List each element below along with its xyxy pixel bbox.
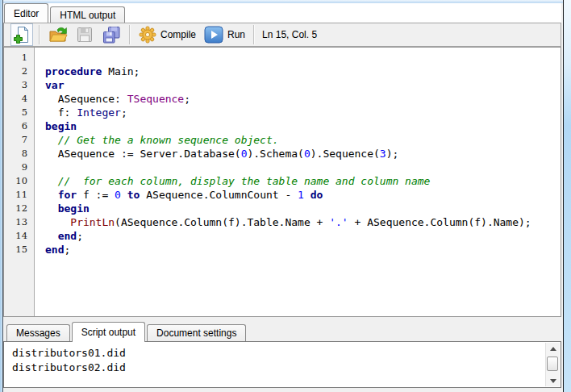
line-number: 3 [4, 78, 34, 92]
output-lines: distributors01.diddistributors02.did [4, 342, 543, 387]
arrow-down-icon [550, 379, 556, 383]
tab-document-settings[interactable]: Document settings [147, 324, 246, 341]
arrow-up-icon [550, 347, 556, 351]
line-number: 6 [4, 119, 34, 133]
gear-icon [139, 26, 156, 44]
new-script-button[interactable] [10, 23, 33, 46]
code-line [45, 51, 559, 65]
code-line [45, 161, 559, 174]
code-line: begin [45, 202, 559, 215]
tab-html-output[interactable]: HTML output [50, 6, 125, 23]
output-tabstrip: Messages Script output Document settings [3, 322, 561, 341]
compile-label: Compile [160, 29, 196, 40]
code-line: for f := 0 to ASequence.ColumnCount - 1 … [45, 188, 559, 202]
code-line: ASequence := Server.Database(0).Schema(0… [45, 147, 559, 161]
line-number: 11 [4, 188, 34, 202]
toolbar-separator [129, 25, 131, 44]
tab-script-output[interactable]: Script output [72, 322, 145, 342]
open-button[interactable] [46, 23, 70, 46]
save-all-button[interactable] [99, 23, 123, 46]
open-folder-icon [48, 26, 68, 44]
line-number: 9 [4, 161, 34, 174]
line-number: 7 [4, 133, 34, 147]
code-line: procedure Main; [45, 65, 559, 78]
save-all-icon [102, 26, 121, 44]
toolbar-separator [253, 25, 255, 44]
new-file-icon [13, 26, 31, 44]
tab-editor[interactable]: Editor [4, 3, 48, 23]
line-number: 2 [4, 65, 34, 78]
code-line: var [45, 78, 559, 92]
run-button[interactable]: Run [202, 23, 248, 46]
code-line: f: Integer; [45, 106, 559, 119]
line-number: 1 [4, 51, 34, 65]
tab-document-settings-label: Document settings [156, 327, 236, 339]
toolbar: Compile Run Ln 15, Col. 5 [3, 23, 561, 47]
tab-editor-label: Editor [14, 8, 39, 19]
run-label: Run [227, 29, 245, 40]
tab-messages[interactable]: Messages [6, 324, 70, 341]
code-line: ASequence: TSequence; [45, 92, 559, 106]
output-scrollbar[interactable] [545, 343, 560, 386]
line-number: 5 [4, 106, 34, 119]
tab-messages-label: Messages [16, 327, 60, 339]
scroll-down-button[interactable] [546, 375, 560, 386]
code-line: begin [45, 119, 559, 133]
line-number: 10 [4, 174, 34, 188]
code-line: // for each column, display the table na… [45, 174, 559, 188]
tab-html-output-label: HTML output [60, 10, 115, 21]
line-number: 15 [4, 243, 34, 256]
window-border-right [563, 0, 571, 392]
scrollbar-thumb[interactable] [547, 357, 558, 371]
line-number: 13 [4, 215, 34, 229]
code-line: end; [45, 243, 559, 256]
line-number-gutter: 123456789101112131415 [4, 48, 35, 316]
code-editor[interactable]: 123456789101112131415 procedure Main;var… [3, 47, 561, 317]
scroll-up-button[interactable] [546, 343, 560, 354]
cursor-position-status: Ln 15, Col. 5 [262, 29, 317, 40]
toolbar-separator [39, 25, 40, 44]
tab-script-output-label: Script output [81, 327, 135, 338]
save-icon [76, 26, 94, 44]
code-lines[interactable]: procedure Main;var ASequence: TSequence;… [35, 51, 559, 315]
compile-button[interactable]: Compile [136, 23, 198, 46]
line-number: 12 [4, 202, 34, 215]
line-number: 4 [4, 92, 34, 106]
line-number: 14 [4, 229, 34, 243]
code-line: PrintLn(ASequence.Column(f).Table.Name +… [45, 215, 559, 229]
script-output-panel[interactable]: distributors01.diddistributors02.did [3, 341, 561, 388]
window-border-top [0, 0, 571, 3]
output-line: distributors02.did [12, 361, 543, 375]
output-line: distributors01.did [12, 346, 543, 361]
editor-tabstrip: Editor HTML output [3, 3, 561, 23]
code-line: end; [45, 229, 559, 243]
line-number: 8 [4, 147, 34, 161]
run-icon [204, 26, 223, 44]
window-border-left [0, 0, 3, 392]
code-line: // Get the a known sequence object. [45, 133, 559, 147]
save-button[interactable] [73, 23, 96, 46]
